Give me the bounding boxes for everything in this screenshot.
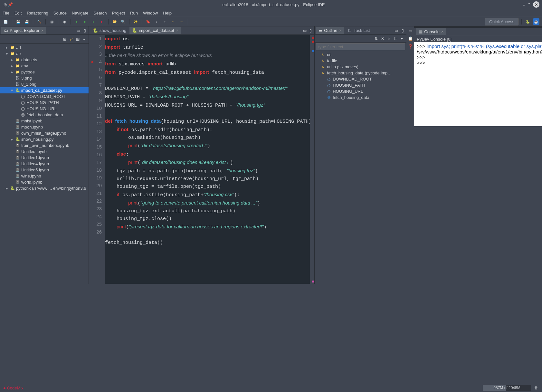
view-menu-icon[interactable]: ▾ [81,37,87,42]
outline-list[interactable]: ↳os↳tarfile↳urllib (six.moves)↳fetch_hou… [315,51,406,284]
maximize-icon[interactable]: ▯ [82,28,87,33]
tree-item[interactable]: 📓Untitled5.ipynb [0,167,89,173]
sort-icon[interactable]: ⇅ [374,36,379,41]
hide-static-icon[interactable]: ✕ [386,36,392,41]
memory-indicator[interactable]: 987M of 2048M [483,385,531,391]
expand-arrow-icon[interactable]: ▸ [11,137,14,142]
menu-search[interactable]: Search [93,11,107,15]
window-close[interactable]: ✕ [533,1,539,8]
outline-item[interactable]: ↳tarfile [315,58,406,64]
tasklist-tab[interactable]: 🗒 Task List [345,27,373,34]
build-icon[interactable]: 🔨 [36,18,43,25]
outline-item[interactable]: ◯HOUSING_URL [315,88,406,94]
open-type-icon[interactable]: 📂 [111,18,118,25]
expand-arrow-icon[interactable]: ▾ [6,51,9,56]
search-icon[interactable]: 🔍 [120,18,126,25]
view-menu-icon[interactable]: ▾ [399,36,404,41]
menu-file[interactable]: File [3,11,9,15]
minimize-icon[interactable]: ▭ [76,28,81,33]
expand-arrow-icon[interactable]: ▸ [6,186,9,191]
tree-item[interactable]: 📓wine.ipynb [0,173,89,179]
console-tab[interactable]: ▤ Console × [416,28,446,35]
tree-item[interactable]: 📓moon.ipynb [0,124,89,130]
project-tree[interactable]: ▸📁ai1▾📁aix▸📁datasets▸📁env▸📁pycode🖼3.png🖼… [0,44,89,284]
link-editor-icon[interactable]: ⇄ [69,37,74,42]
menu-run[interactable]: Run [130,11,138,15]
perspective-pydev-icon[interactable]: 🐍 [525,18,531,25]
project-explorer-tab[interactable]: 🗂 Project Explorer × [1,27,46,34]
mark-icon[interactable]: 🔖 [145,18,151,25]
tree-item[interactable]: 📓train_own_numbers.ipynb [0,142,89,148]
close-icon[interactable]: × [441,29,444,34]
tree-item[interactable]: ▸📁ai1 [0,44,89,51]
prev-annotation-icon[interactable]: ↑ [162,18,168,25]
pin-icon[interactable]: 📌 [8,2,13,7]
tree-item[interactable]: ◯HOUSING_URL [0,106,89,112]
minimize-icon[interactable]: ▭ [394,28,399,33]
expand-arrow-icon[interactable]: ▸ [6,45,9,50]
expand-arrow-icon[interactable]: ▸ [11,57,14,62]
close-icon[interactable]: × [41,28,43,33]
tree-item[interactable]: ▾📁aix [0,51,89,57]
tree-item[interactable]: ▸🐍pythonx (/srv/ww ... env/bin/python3.6 [0,185,89,191]
window-maximize[interactable]: ⌃ [527,2,532,7]
tree-item[interactable]: 🖼8_1.png [0,81,89,87]
outline-item[interactable]: ◯HOUSING_PATH [315,82,406,88]
outline-item[interactable]: ◯DOWNLOAD_ROOT [315,76,406,82]
menu-refactoring[interactable]: Refactoring [27,11,48,15]
maximize-icon[interactable]: ▯ [308,28,313,33]
save-icon[interactable]: 💾 [15,18,22,25]
tab-show-housing[interactable]: 🐍 show_housing [90,27,129,34]
back-icon[interactable]: ← [170,18,176,25]
help-icon[interactable]: ❓ [408,44,413,49]
outline-item[interactable]: ↳fetch_housing_data (pycode.imp… [315,70,406,76]
tree-item[interactable]: ▸📁env [0,63,89,69]
quick-access[interactable]: Quick Access [485,18,518,25]
save-all-icon[interactable]: 💾 [24,18,30,25]
expand-arrow-icon[interactable]: ▸ [11,63,14,68]
breakpoint-icon[interactable]: ◉ [61,18,68,25]
debug-icon[interactable]: ▸ [74,18,80,25]
tree-item[interactable]: 📓mnist.ipynb [0,118,89,124]
run-icon[interactable]: ▸ [82,18,89,25]
menu-help[interactable]: Help [163,11,172,15]
tree-item[interactable]: ◯HOUSING_PATH [0,100,89,106]
expand-arrow-icon[interactable]: ▸ [11,70,14,74]
outline-item[interactable]: Ⓜfetch_housing_data [315,94,406,100]
close-icon[interactable]: × [339,28,341,33]
menu-edit[interactable]: Edit [14,11,22,15]
collapse-all-icon[interactable]: ⊟ [62,37,67,42]
tree-item[interactable]: ▸📁pycode [0,69,89,75]
tree-item[interactable]: ▾🐍import_cal_dataset.py [0,87,89,93]
hide-fields-icon[interactable]: ✕ [380,36,385,41]
outline-item[interactable]: ↳os [315,52,406,58]
tree-item[interactable]: 🖼3.png [0,75,89,81]
toggle-icon[interactable]: ▦ [49,18,55,25]
new-icon[interactable]: 📄 [3,18,9,25]
code-content[interactable]: import os import tarfile # the next line… [105,35,314,284]
wand-icon[interactable]: ✨ [132,18,139,25]
codemix-status[interactable]: ● CodeMix [3,386,24,390]
tree-item[interactable]: ▸🐍show_housing.py [0,136,89,142]
maximize-icon[interactable]: ▯ [400,28,405,33]
restore-icon[interactable]: ▭ [408,28,413,33]
close-icon[interactable]: × [176,28,178,33]
tree-item[interactable]: 📓world.ipynb [0,179,89,185]
tree-item[interactable]: 📓Untitled4.ipynb [0,161,89,167]
minimize-icon[interactable]: ▭ [302,28,307,33]
line-gutter[interactable]: 1234567891011121314151617181920212223242… [89,35,105,284]
tree-item[interactable]: 📓Untitled.ipynb [0,148,89,155]
hide-nonpublic-icon[interactable]: ☐ [393,36,398,41]
focus-icon[interactable]: ▦ [75,37,80,42]
console-body[interactable]: >>> import sys; print('%s %s' % (sys.exe… [414,42,542,126]
tree-item[interactable]: 📓own_mnist_image.ipynb [0,130,89,136]
expand-arrow-icon[interactable]: ▾ [11,88,14,93]
overview-ruler[interactable] [310,35,314,284]
tree-item[interactable]: ◯DOWNLOAD_ROOT [0,93,89,100]
tree-item[interactable]: ▸📁datasets [0,57,89,63]
menu-source[interactable]: Source [53,11,67,15]
cheatsheet-icon[interactable]: 📋 [408,36,413,41]
menu-navigate[interactable]: Navigate [72,11,88,15]
tree-item[interactable]: 📓Untitled1.ipynb [0,155,89,161]
outline-filter-input[interactable] [316,43,405,50]
